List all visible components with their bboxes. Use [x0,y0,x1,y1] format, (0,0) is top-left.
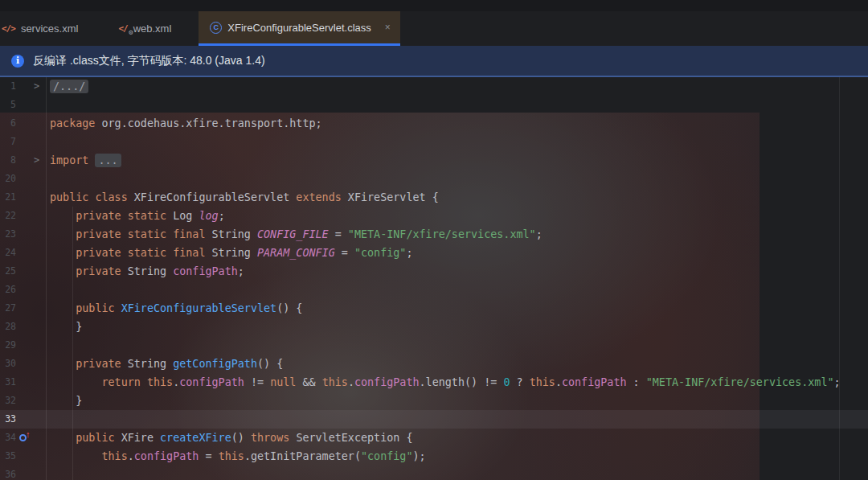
line-number: 6 [0,114,16,133]
code-text: private String configPath; [50,262,244,281]
code-line[interactable]: 21public class XFireConfigurableServlet … [0,188,868,207]
line-number: 7 [0,133,16,151]
code-line[interactable]: 22 private static Log log; [0,207,868,225]
code-text: } [50,318,82,336]
code-line[interactable]: 28 } [0,318,868,336]
tab-xfireconfigurableservlet-class[interactable]: C XFireConfigurableServlet.class × [199,11,399,46]
code-line[interactable]: 36 [0,466,868,480]
line-number: 5 [0,96,16,114]
line-number: 30 [0,355,16,373]
code-line[interactable]: 6package org.codehaus.xfire.transport.ht… [0,114,868,133]
code-text: package org.codehaus.xfire.transport.htt… [50,114,322,133]
code-line[interactable]: 35 this.configPath = this.getInitParamet… [0,447,868,466]
web-xml-file-icon: </⚙ [118,23,127,34]
window-top-strip [0,0,868,11]
code-text: } [50,392,82,410]
code-text: private static final String CONFIG_FILE … [50,225,542,244]
code-text: public class XFireConfigurableServlet ex… [50,188,439,207]
line-number: 24 [0,244,16,262]
line-number: 36 [0,466,16,480]
code-line[interactable]: 29 [0,336,868,355]
line-number: 27 [0,299,16,318]
tab-web-xml[interactable]: </⚙ web.xml [107,11,182,46]
line-number: 25 [0,262,16,281]
code-text: import ... [50,151,121,170]
code-line[interactable]: 31 return this.configPath != null && thi… [0,373,868,392]
code-text: /.../ [50,77,88,96]
code-line[interactable]: 23 private static final String CONFIG_FI… [0,225,868,244]
line-number: 8 [0,151,16,170]
tab-services-xml[interactable]: </> services.xml [0,11,89,46]
override-method-icon[interactable]: ↑ [19,433,32,444]
info-icon: i [11,55,24,68]
code-line[interactable]: 7 [0,133,868,151]
line-number: 34 [0,429,16,447]
line-number: 32 [0,392,16,410]
editor-tab-bar: </> services.xml </⚙ web.xml C XFireConf… [0,11,868,46]
code-text: return this.configPath != null && this.c… [50,373,841,392]
code-line[interactable]: 1>/.../ [0,77,868,96]
fold-chevron-icon[interactable]: > [34,151,39,170]
banner-text: 反编译 .class文件, 字节码版本: 48.0 (Java 1.4) [33,54,265,68]
java-class-icon: C [210,22,222,34]
line-number: 26 [0,281,16,299]
line-number: 20 [0,170,16,188]
gear-icon: ⚙ [129,28,133,36]
code-line[interactable]: 5 [0,96,868,114]
line-number: 29 [0,336,16,355]
xml-file-icon: </> [2,23,15,34]
code-text: private static final String PARAM_CONFIG… [50,244,412,262]
code-editor[interactable]: 1>/.../56package org.codehaus.xfire.tran… [0,77,868,480]
line-number: 22 [0,207,16,225]
code-text: public XFire createXFire() throws Servle… [50,429,413,447]
code-line[interactable]: 32 } [0,392,868,410]
code-text: private String getConfigPath() { [50,355,283,373]
code-line[interactable]: 30 private String getConfigPath() { [0,355,868,373]
line-number: 21 [0,188,16,207]
code-line[interactable]: 26 [0,281,868,299]
code-line[interactable]: 25 private String configPath; [0,262,868,281]
code-text: private static Log log; [50,207,225,225]
tab-label: XFireConfigurableServlet.class [227,22,371,34]
line-number: 28 [0,318,16,336]
code-line[interactable]: 8>import ... [0,151,868,170]
line-number: 1 [0,77,16,96]
code-line[interactable]: 27 public XFireConfigurableServlet() { [0,299,868,318]
tab-label: services.xml [21,23,79,35]
line-number: 31 [0,373,16,392]
decompile-notification-banner: i 反编译 .class文件, 字节码版本: 48.0 (Java 1.4) [0,46,868,77]
code-line[interactable]: 24 private static final String PARAM_CON… [0,244,868,262]
code-line[interactable]: 33 [0,410,868,429]
line-number: 35 [0,447,16,466]
close-icon[interactable]: × [385,22,391,33]
code-text: public XFireConfigurableServlet() { [50,299,302,318]
code-line[interactable]: 34↑ public XFire createXFire() throws Se… [0,429,868,447]
line-number: 33 [0,410,16,429]
code-line[interactable]: 20 [0,170,868,188]
fold-chevron-icon[interactable]: > [34,77,39,96]
tab-label: web.xml [133,23,172,35]
code-text: this.configPath = this.getInitParameter(… [50,447,426,466]
line-number: 23 [0,225,16,244]
